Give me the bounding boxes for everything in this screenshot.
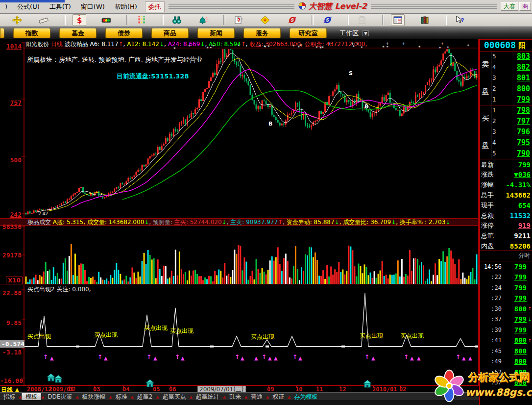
toolbar: $^?ØØ? [0, 14, 532, 27]
tab-板块涨幅[interactable]: 板块涨幅 [79, 393, 109, 401]
stripes-icon[interactable] [135, 15, 148, 25]
books-icon[interactable] [418, 15, 431, 25]
nav-button-研究室[interactable]: 研究室 [290, 28, 327, 38]
stock-fund-icon[interactable]: $^ [73, 14, 86, 26]
buy-signal-label: 买点出现 [170, 327, 193, 335]
tab-存为模板[interactable]: 存为模板 [290, 393, 321, 401]
menu-item-weituo[interactable]: 委托 [145, 1, 165, 12]
nav-button-服务[interactable]: 服务 [243, 28, 281, 38]
tab-超赢统计[interactable]: 超赢统计 [193, 393, 223, 401]
ladder-row[interactable]: 3796 [491, 127, 532, 137]
indicator-segment: ↓ [335, 219, 339, 226]
stat-涨幅: 涨幅-4.31% [480, 180, 532, 190]
svg-text:▲: ▲ [371, 355, 375, 361]
menu-item[interactable]: 窗口(W) [76, 1, 110, 12]
intraday-tab-label[interactable]: 分时 [518, 252, 530, 260]
brand: 大智慧 Level-2 [298, 1, 367, 12]
axis-label: 58356 [0, 223, 22, 230]
site-url: www.88gs.com [465, 386, 532, 398]
indicator-segment: A股: 5.315, 成交量: 143682.000 [53, 219, 144, 226]
layout-icon[interactable] [391, 14, 405, 26]
buy-signal-label: 买点出现 [27, 332, 51, 341]
pan-icon[interactable] [11, 15, 24, 25]
svg-text:↑: ↑ [262, 354, 266, 360]
nav-button-新闻[interactable]: 新闻 [197, 28, 235, 38]
chart-header-segment: ↓ [200, 41, 205, 47]
top-button[interactable]: 商 [519, 2, 531, 11]
ladder-row[interactable]: 2800 [491, 83, 532, 94]
nav-button-商品[interactable]: 商品 [151, 28, 189, 38]
tick-row: :27799 [480, 293, 532, 304]
tab-权证[interactable]: 权证 [269, 393, 288, 401]
tab-超赢2[interactable]: 超赢2 [134, 393, 156, 401]
svg-text:↑: ↑ [364, 354, 369, 360]
tab-模板[interactable]: 模板 [22, 393, 41, 401]
axis-label: 1014 [0, 43, 22, 50]
flag-question-icon[interactable]: ? [232, 15, 245, 25]
ladder-row[interactable]: 1799 [491, 94, 532, 105]
tab-超赢买点[interactable]: 超赢买点 [159, 393, 190, 401]
diamond-icon[interactable] [259, 15, 271, 25]
ladder-row[interactable]: 1798 [491, 105, 532, 116]
flower-logo-icon [431, 397, 467, 405]
chart-header-segment: ↓ [159, 41, 164, 47]
menu-item[interactable]: 公式(U) [12, 1, 45, 12]
help-cursor-icon[interactable]: ? [454, 15, 466, 25]
ladder-row[interactable]: 5803 [491, 51, 532, 62]
tick-row: :49800 [480, 356, 532, 367]
axis-label: 242 [0, 211, 22, 218]
chart-header-segment: A6: 8.117 [90, 41, 118, 47]
svg-text:↑: ↑ [43, 354, 48, 360]
chart-header-segment: ↑ [119, 41, 123, 47]
nav-button-指数[interactable]: 指数 [13, 28, 50, 38]
tab-标准[interactable]: 标准 [112, 393, 131, 401]
sector-info: 所属板块：房地产, 送转, 预盈预增, 广西, 房地产开发与经营业 [27, 55, 202, 64]
tab-DDE决策[interactable]: DDE决策 [44, 393, 75, 401]
tab-乱来[interactable]: 乱来 [226, 393, 244, 401]
svg-text:^: ^ [78, 15, 81, 19]
toolbar-grip [371, 4, 497, 10]
indicator-segment: ↓ [144, 219, 149, 226]
ladder-row[interactable]: 4802 [491, 62, 532, 73]
nav-buttons: 指数基金债券商品新闻服务研究室 [4, 28, 327, 38]
nav-button-partial[interactable] [0, 28, 4, 38]
stat-最新: 最新799 [480, 159, 532, 170]
chart-header: 阳光股份 日线 波段精品 A6: 8.117↑, A12: 8.142↓, A2… [25, 40, 478, 47]
tab-指标[interactable]: 指标 [0, 393, 19, 401]
chevron-down-icon[interactable]: ▼ [363, 30, 369, 36]
workspace-label[interactable]: 工作区 [339, 29, 359, 38]
traffic-light-icon[interactable] [100, 15, 113, 25]
svg-text:▲: ▲ [268, 355, 272, 361]
chart-header-segment: 日线 [51, 41, 65, 47]
stock-code-row[interactable]: 000608 阳 [480, 40, 532, 51]
top-button[interactable]: 大赛 [501, 2, 518, 11]
axis-label: 29178 [0, 252, 22, 259]
phi-blue-icon[interactable]: Ø [320, 15, 333, 25]
svg-text:Ø: Ø [288, 15, 297, 25]
axis-label: 757 [0, 99, 22, 106]
bell-icon[interactable] [197, 15, 210, 25]
phi-red-icon[interactable]: Ø [285, 15, 298, 25]
candlestick-chart[interactable]: **************************++++++ [0, 39, 479, 219]
axis-label: 9.85 [0, 319, 22, 327]
ladder-row[interactable]: 4795 [491, 137, 532, 148]
volume-chart[interactable] [0, 226, 479, 284]
menu-item[interactable]: 帮助(H) [110, 1, 142, 12]
nav-button-基金[interactable]: 基金 [59, 28, 97, 38]
ruler-icon[interactable] [37, 15, 50, 25]
tick-row: :39799 [480, 325, 532, 335]
menu-item[interactable]: 工具(T) [45, 1, 76, 12]
nav-button-债券[interactable]: 债券 [105, 28, 143, 38]
svg-text:Ø: Ø [323, 15, 332, 25]
buy-signal-label: 买点出现 [144, 324, 168, 332]
buy-signal-label: 买点出现 [360, 332, 383, 340]
trade-signal-letter: B [268, 121, 272, 127]
ladder-row[interactable]: 5790 [491, 148, 532, 159]
tab-普通[interactable]: 普通 [247, 393, 266, 401]
quote-panel: 000608 阳 卖盘58034802380128001799买盘1798279… [479, 39, 532, 405]
tick-row: :41800↑ [480, 335, 532, 346]
binoculars-icon[interactable] [170, 15, 183, 25]
ladder-row[interactable]: 3801 [491, 73, 532, 83]
ladder-row[interactable]: 2797 [491, 116, 532, 127]
chart-header-segment: A12: 8.142 [127, 41, 159, 47]
